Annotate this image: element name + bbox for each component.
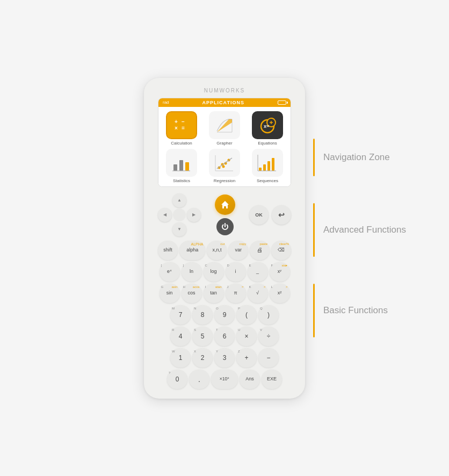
screen-rad: rad	[163, 100, 169, 105]
svg-rect-11	[173, 164, 177, 171]
app-icon-calculation: + − × =	[166, 111, 197, 139]
zone-label-basic: Basic Functions	[323, 305, 388, 316]
zone-basic: Basic Functions	[313, 284, 406, 337]
app-regression[interactable]: Regression	[205, 149, 244, 183]
ok-button[interactable]: OK	[249, 205, 269, 225]
page-container: NUMWORKS rad APPLICATIONS + − × =	[0, 0, 449, 476]
svg-rect-12	[179, 160, 183, 171]
key-0[interactable]: ? 0	[167, 370, 187, 389]
dpad-left[interactable]: ◀	[158, 208, 172, 222]
zone-bar-basic	[313, 284, 315, 337]
key-7[interactable]: M 7	[170, 305, 191, 324]
key-exp[interactable]: ×10ˣ	[211, 370, 238, 389]
svg-text:x=: x=	[264, 124, 269, 129]
dpad-up[interactable]: ▲	[172, 193, 186, 207]
key-row-6: W 1 X 2 Y 3 Z + −	[158, 348, 291, 367]
key-plus[interactable]: Z +	[236, 348, 257, 367]
key-6[interactable]: T 6	[214, 327, 235, 346]
svg-rect-24	[263, 164, 266, 171]
app-equations[interactable]: x= Equations	[248, 111, 287, 146]
key-alpha[interactable]: ALPHA alpha	[179, 241, 206, 260]
svg-rect-23	[259, 168, 262, 171]
screen-title: APPLICATIONS	[169, 100, 278, 105]
back-button[interactable]: ↩	[272, 205, 291, 225]
zone-bar-navigation	[313, 139, 315, 176]
key-xnt[interactable]: cut x,n,t	[207, 241, 227, 260]
key-row-3: asin G sin acos H cos atan I tan = J	[158, 284, 291, 303]
svg-text:×: ×	[175, 125, 178, 131]
home-button[interactable]	[215, 194, 235, 215]
key-i[interactable]: D i	[226, 262, 246, 282]
nav-center-buttons	[215, 194, 235, 235]
key-exe[interactable]: EXE	[262, 370, 282, 389]
app-label-calculation: Calculation	[171, 141, 192, 146]
svg-text:=: =	[182, 125, 185, 131]
app-grapher[interactable]: Grapher	[205, 111, 244, 146]
key-backspace[interactable]: clear% ⌫	[271, 241, 291, 260]
app-sequences[interactable]: Sequences	[248, 149, 287, 183]
key-paste[interactable]: paste 🖨	[250, 241, 270, 260]
key-divide[interactable]: V ÷	[258, 327, 279, 346]
nav-right-buttons: OK ↩	[249, 205, 291, 225]
key-var[interactable]: copy var	[228, 241, 248, 260]
app-icon-sequences	[252, 149, 283, 177]
key-x2[interactable]: > L x²	[270, 284, 290, 303]
key-row-7: ? 0 . ×10ˣ Ans EXE	[158, 370, 291, 389]
key-dot[interactable]: .	[189, 370, 209, 389]
calculator-body: NUMWORKS rad APPLICATIONS + − × =	[144, 78, 305, 399]
zone-label-navigation: Navigation Zone	[323, 152, 390, 163]
key-ans[interactable]: Ans	[240, 370, 260, 389]
key-5[interactable]: S 5	[192, 327, 213, 346]
app-statistics[interactable]: Statistics	[162, 149, 201, 183]
key-ex[interactable]: [ eˣ	[160, 262, 180, 282]
key-underscore[interactable]: E _	[248, 262, 268, 282]
app-icon-regression	[209, 149, 240, 177]
zone-advanced: Advanced Functions	[313, 203, 406, 257]
key-sqrt[interactable]: < K √	[248, 284, 268, 303]
svg-text:−: −	[182, 119, 185, 125]
app-label-sequences: Sequences	[257, 178, 278, 183]
key-lparen[interactable]: P (	[236, 305, 257, 324]
key-2[interactable]: X 2	[192, 348, 213, 367]
zone-bar-advanced	[313, 203, 315, 257]
svg-rect-26	[272, 158, 274, 171]
key-rparen[interactable]: Q )	[258, 305, 279, 324]
key-9[interactable]: O 9	[214, 305, 235, 324]
key-minus[interactable]: −	[258, 348, 279, 367]
key-sin[interactable]: asin G sin	[160, 284, 180, 303]
key-ln[interactable]: ] ln	[182, 262, 202, 282]
app-label-grapher: Grapher	[216, 141, 232, 146]
zone-label-advanced: Advanced Functions	[323, 225, 406, 235]
dpad: ▲ ▼ ◀ ▶	[158, 193, 201, 236]
key-4[interactable]: R 4	[170, 327, 191, 346]
key-8[interactable]: N 8	[192, 305, 213, 324]
key-tan[interactable]: atan I tan	[204, 284, 224, 303]
key-row-5: R 4 S 5 T 6 U × V ÷	[158, 327, 291, 346]
battery-icon	[278, 100, 286, 105]
dpad-right[interactable]: ▶	[187, 208, 201, 222]
dpad-down[interactable]: ▼	[172, 222, 186, 236]
key-pi[interactable]: = J π	[226, 284, 246, 303]
app-label-statistics: Statistics	[173, 178, 190, 183]
brand-label: NUMWORKS	[204, 88, 245, 93]
key-cos[interactable]: acos H cos	[182, 284, 202, 303]
app-calculation[interactable]: + − × = Calculation	[162, 111, 201, 146]
key-multiply[interactable]: U ×	[236, 327, 257, 346]
key-1[interactable]: W 1	[170, 348, 191, 367]
key-xy[interactable]: sto▸ F xʸ	[270, 262, 290, 282]
screen-header: rad APPLICATIONS	[158, 98, 291, 107]
key-row-2: [ eˣ ] ln C log D i E _	[158, 262, 291, 282]
power-button[interactable]	[216, 218, 234, 235]
svg-rect-13	[185, 162, 189, 171]
app-label-regression: Regression	[214, 178, 235, 183]
key-3[interactable]: Y 3	[214, 348, 235, 367]
dpad-center	[173, 208, 186, 221]
svg-point-19	[222, 165, 225, 168]
keys-area: shift ALPHA alpha cut x,n,t copy var pas…	[158, 241, 291, 389]
nav-zone: ▲ ▼ ◀ ▶	[158, 193, 291, 236]
app-icon-equations: x=	[252, 111, 283, 139]
svg-text:+: +	[175, 119, 178, 125]
key-shift[interactable]: shift	[158, 241, 178, 260]
key-row-4: M 7 N 8 O 9 P ( Q )	[158, 305, 291, 324]
key-log[interactable]: C log	[204, 262, 224, 282]
